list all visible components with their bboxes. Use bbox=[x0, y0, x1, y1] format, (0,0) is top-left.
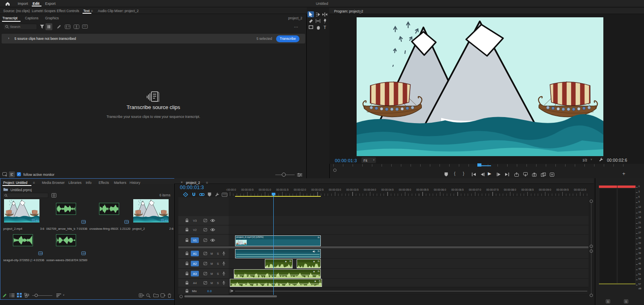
audio-thumbnail[interactable] bbox=[99, 203, 119, 215]
timeline-clip-a2-1[interactable]: ★ fx bbox=[265, 259, 293, 268]
tab-audio-clip-mixer[interactable]: Audio Clip Mixer: project_2 bbox=[98, 9, 139, 13]
follow-active-monitor-checkbox[interactable]: ✓ bbox=[17, 172, 21, 176]
clip-indicator-right[interactable] bbox=[617, 185, 636, 188]
lock-icon[interactable] bbox=[185, 281, 189, 285]
solo-button[interactable]: S bbox=[217, 252, 219, 255]
mute-button[interactable]: M bbox=[211, 252, 213, 255]
add-track-plus-button[interactable]: + bbox=[622, 171, 625, 177]
clip-name[interactable]: ocean-waves-266187.. bbox=[46, 258, 75, 262]
video-thumbnail[interactable] bbox=[4, 199, 39, 223]
solo-button[interactable]: S bbox=[217, 272, 219, 275]
tab-effects[interactable]: Effects bbox=[99, 181, 109, 185]
mark-in-button[interactable]: { bbox=[454, 171, 455, 176]
track-target-V3[interactable]: V3 bbox=[191, 218, 199, 223]
monitor-timeline-toggle[interactable] bbox=[9, 171, 15, 177]
transcript-more-menu-icon[interactable]: … bbox=[294, 23, 298, 28]
clip-name[interactable]: project_2 bbox=[132, 227, 145, 231]
nest-sequences-icon[interactable] bbox=[183, 192, 188, 197]
transcribe-button[interactable]: Transcribe bbox=[276, 35, 299, 42]
freeform-view-icon[interactable] bbox=[24, 293, 29, 297]
new-item-icon[interactable] bbox=[161, 293, 165, 297]
sync-lock-icon[interactable] bbox=[203, 272, 207, 276]
toggle-track-output-icon[interactable] bbox=[210, 219, 215, 223]
go-to-out-button[interactable] bbox=[505, 173, 509, 176]
sync-lock-icon[interactable] bbox=[203, 281, 207, 285]
new-bin-icon[interactable] bbox=[153, 293, 159, 297]
hscroll-left-handle[interactable] bbox=[180, 295, 183, 298]
search-input[interactable] bbox=[10, 25, 35, 29]
linked-selection-icon[interactable] bbox=[199, 192, 204, 197]
razor-tool[interactable] bbox=[308, 18, 314, 24]
mute-button[interactable]: M bbox=[211, 272, 213, 275]
timeline-tab-label[interactable]: project_2 bbox=[186, 181, 200, 185]
voiceover-mic-icon[interactable] bbox=[222, 262, 225, 266]
toggle-track-output-icon[interactable] bbox=[210, 239, 215, 242]
timeline-clip-a2-2[interactable]: ★ fx bbox=[297, 259, 321, 268]
add-marker-button[interactable] bbox=[444, 172, 448, 177]
tab-graphics[interactable]: Graphics bbox=[45, 16, 59, 20]
track-target-V1[interactable]: V1 bbox=[191, 237, 199, 243]
step-back-button[interactable] bbox=[481, 173, 485, 176]
solo-right-button[interactable]: S bbox=[624, 299, 628, 303]
list-view-icon[interactable] bbox=[10, 293, 14, 297]
go-to-in-button[interactable] bbox=[472, 173, 476, 176]
program-video-frame[interactable] bbox=[357, 17, 603, 156]
voiceover-mic-icon[interactable] bbox=[222, 272, 225, 276]
tab-markers[interactable]: Markers bbox=[114, 181, 126, 185]
banner-expand-chevron-icon[interactable]: › bbox=[8, 36, 9, 40]
settings-sliders-icon[interactable] bbox=[297, 173, 302, 177]
tab-effect-controls[interactable]: Effect Controls bbox=[57, 9, 79, 13]
tab-media-browser[interactable]: Media Browser bbox=[42, 181, 65, 185]
tab-info[interactable]: Info bbox=[86, 181, 91, 185]
voiceover-mic-icon[interactable] bbox=[222, 281, 225, 285]
selection-tool[interactable] bbox=[308, 11, 314, 17]
solo-left-button[interactable]: S bbox=[606, 299, 610, 303]
lock-icon[interactable] bbox=[185, 262, 189, 266]
mute-button[interactable]: M bbox=[211, 282, 213, 284]
tab-captions[interactable]: Captions bbox=[25, 16, 39, 20]
lock-icon[interactable] bbox=[185, 238, 189, 242]
lock-icon[interactable] bbox=[185, 272, 189, 276]
program-zoom-select[interactable]: Fit ∨ bbox=[361, 157, 376, 163]
fx-badge[interactable]: fx bbox=[318, 236, 320, 239]
track-target-A3[interactable]: A3 bbox=[191, 271, 199, 276]
tab-history[interactable]: History bbox=[130, 181, 140, 185]
program-playhead-marker[interactable] bbox=[477, 163, 481, 167]
lock-icon[interactable] bbox=[185, 251, 189, 256]
vscroll-handle-a[interactable] bbox=[590, 245, 593, 248]
playback-resolution-select[interactable]: 1/2 bbox=[582, 158, 587, 162]
project-search-box[interactable] bbox=[2, 193, 48, 198]
find-icon[interactable] bbox=[146, 293, 151, 298]
clip-name[interactable]: crossbow-firing-95020.. bbox=[89, 227, 118, 231]
timeline-playhead-timecode[interactable]: 00:00:01:3 bbox=[180, 185, 204, 190]
vscroll-handle-b[interactable] bbox=[590, 249, 593, 253]
button-editor-button[interactable] bbox=[550, 173, 554, 177]
comparison-view-button[interactable] bbox=[541, 173, 546, 177]
tab-libraries[interactable]: Libraries bbox=[68, 181, 82, 185]
snap-magnet-icon[interactable] bbox=[192, 192, 196, 197]
program-scroll-handle[interactable] bbox=[333, 169, 336, 172]
timeline-tab-close-icon[interactable]: × bbox=[181, 180, 183, 184]
sequence-thumbnail[interactable] bbox=[133, 199, 169, 223]
monitor-source-icon[interactable] bbox=[2, 172, 8, 177]
clip-name[interactable]: seagull-city-372653 (1).. bbox=[3, 258, 32, 262]
transcript-search-box[interactable] bbox=[3, 24, 37, 30]
hscroll-thumb[interactable] bbox=[184, 295, 277, 297]
mute-button[interactable]: M bbox=[211, 262, 213, 265]
track-select-forward-tool[interactable] bbox=[315, 11, 321, 17]
project-item-video[interactable]: project_2.mp43:6 bbox=[3, 199, 44, 231]
sort-caret-icon[interactable]: ∨ bbox=[63, 293, 64, 296]
thumbnail-zoom-slider-knob[interactable] bbox=[35, 294, 38, 297]
tab-text[interactable]: Text bbox=[83, 9, 90, 13]
sync-lock-icon[interactable] bbox=[203, 251, 207, 256]
project-panel-menu-icon[interactable]: ≡ bbox=[33, 181, 35, 185]
solo-button[interactable]: S bbox=[217, 262, 219, 265]
captions-cc-icon[interactable]: CC bbox=[82, 25, 88, 29]
solo-button[interactable]: S bbox=[217, 282, 219, 284]
timeline-menu-icon[interactable]: ≡ bbox=[206, 181, 208, 185]
fx-badge[interactable]: fx bbox=[318, 250, 320, 252]
tab-source[interactable]: Source: (no clips) bbox=[3, 9, 30, 13]
program-playhead-timecode[interactable]: 00:00:01:3 bbox=[335, 158, 357, 163]
audio-thumbnail[interactable] bbox=[13, 234, 33, 246]
voiceover-mic-icon[interactable] bbox=[222, 251, 225, 256]
